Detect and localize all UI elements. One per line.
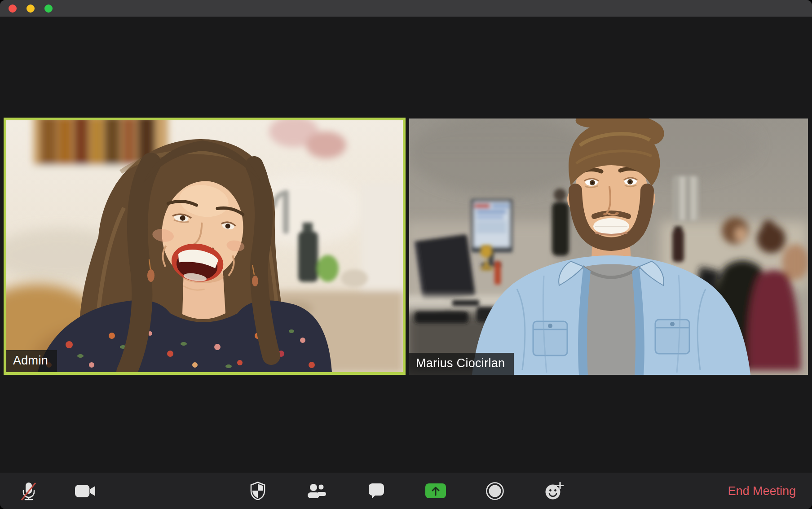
toolbar-left-group [18, 481, 96, 501]
security-button[interactable] [247, 481, 268, 501]
reactions-icon [544, 482, 565, 500]
record-button[interactable] [485, 481, 505, 501]
marius-video-feed [409, 118, 808, 375]
chat-button[interactable] [366, 481, 387, 501]
close-window-button[interactable] [9, 4, 17, 13]
participants-button[interactable] [307, 481, 327, 501]
chat-bubble-icon [368, 483, 385, 499]
end-meeting-button[interactable]: End Meeting [727, 482, 797, 500]
participant-name: Marius Ciocirlan [416, 356, 505, 370]
participant-name-label: Admin [6, 350, 57, 372]
meeting-window: Admin [0, 0, 812, 509]
record-icon [485, 482, 504, 500]
video-button[interactable] [75, 481, 96, 501]
participant-name: Admin [13, 354, 48, 367]
share-screen-icon [430, 485, 441, 497]
minimize-window-button[interactable] [26, 4, 35, 13]
mute-button[interactable] [18, 481, 39, 501]
admin-video-feed [6, 120, 403, 372]
participant-name-label: Marius Ciocirlan [409, 353, 514, 375]
zoom-window-button[interactable] [44, 4, 53, 13]
video-camera-icon [75, 484, 96, 498]
video-tile-marius[interactable]: Marius Ciocirlan [409, 118, 808, 375]
participants-icon [307, 483, 327, 499]
microphone-muted-icon [20, 481, 38, 501]
video-tile-admin[interactable]: Admin [4, 118, 406, 375]
meeting-toolbar: End Meeting [0, 473, 812, 509]
toolbar-center-group [247, 481, 565, 501]
window-titlebar [0, 0, 812, 17]
share-screen-pill [425, 483, 446, 498]
shield-icon [250, 482, 266, 500]
reactions-button[interactable] [544, 481, 565, 501]
share-screen-button[interactable] [425, 481, 446, 501]
